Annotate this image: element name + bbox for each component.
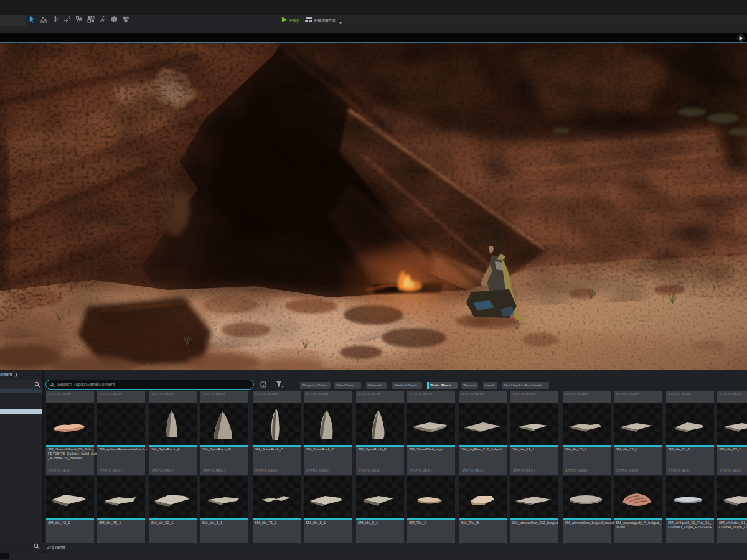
svg-text:Play: Play bbox=[289, 17, 299, 23]
svg-text:Platforms: Platforms bbox=[314, 17, 336, 23]
